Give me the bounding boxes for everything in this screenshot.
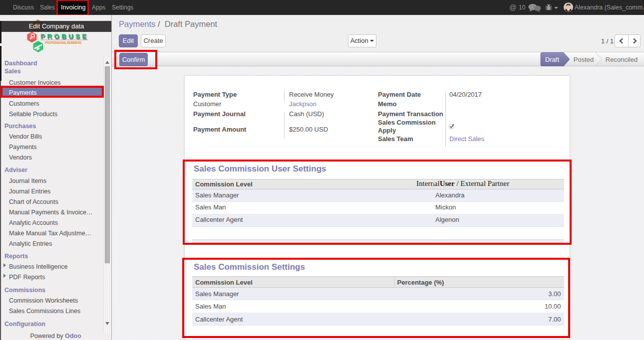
- svg-text:Reconciled: Reconciled: [606, 55, 638, 63]
- svg-text:Posted: Posted: [574, 55, 594, 63]
- svg-text:PROBUSE: PROBUSE: [40, 32, 86, 40]
- svg-text:Draft: Draft: [545, 55, 560, 63]
- svg-text:PROFESSIONAL BUSINESS: PROFESSIONAL BUSINESS: [45, 41, 82, 44]
